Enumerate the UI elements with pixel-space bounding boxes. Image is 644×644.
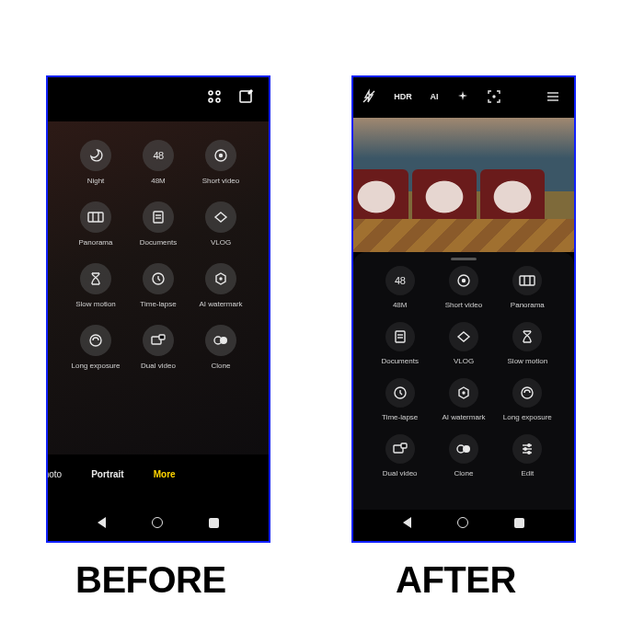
mode-label: Edit [521,469,534,477]
edit-icon[interactable] [239,90,254,105]
after-mode-long-exposure[interactable]: Long exposure [496,378,559,421]
scene-decor [480,169,545,224]
svg-point-37 [522,387,533,398]
nav-back-icon[interactable] [98,517,106,528]
mode-label: Short video [445,301,482,309]
nav-recent-icon[interactable] [514,518,524,528]
mode-label: Long exposure [503,413,552,421]
doc-icon [143,201,174,233]
heart-icon [205,201,236,233]
nav-home-icon[interactable] [152,517,163,528]
after-mode-ai-watermark[interactable]: AI watermark [431,378,495,421]
topbar-ai[interactable]: AI [425,92,443,101]
tab-more[interactable]: More [154,469,176,479]
sheet-handle[interactable] [451,258,477,260]
hamburger-icon[interactable] [546,91,565,102]
before-phone: Night4848MShort videoPanoramaDocumentsVL… [46,75,270,543]
edit-lines-icon [512,434,542,464]
after-mode-dual-video[interactable]: Dual video [368,434,431,477]
long-icon [512,378,542,408]
after-phone: HDRAI 4848MShort videoPanoramaDocumentsV… [351,75,576,543]
nav-back-icon[interactable] [403,517,411,528]
mode-label: Clone [454,469,474,477]
record-icon [205,140,236,171]
after-mode-clone[interactable]: Clone [431,434,495,477]
svg-rect-18 [159,335,165,339]
heart-icon [449,322,478,351]
hex-icon [449,378,478,408]
scene-decor [353,219,574,252]
clone-icon [205,325,236,356]
mode-tabbar: Photo Portrait More [48,460,269,488]
mode-label: Panorama [511,301,545,309]
caption-after: AFTER [396,559,516,601]
svg-point-41 [463,445,470,453]
flash-off-icon[interactable] [362,90,381,103]
svg-point-3 [216,98,220,102]
tab-portrait[interactable]: Portrait [91,469,124,479]
dual-icon [385,434,415,464]
after-mode-vlog[interactable]: VLOG [431,322,495,365]
scene-decor [412,169,477,224]
before-mode-short-video[interactable]: Short video [190,140,252,185]
hourglass-icon [512,322,542,351]
after-mode-edit[interactable]: Edit [496,434,559,477]
nav-recent-icon[interactable] [209,518,219,528]
android-navbar [48,512,269,534]
before-mode-clone[interactable]: Clone [190,325,252,370]
mode-label: 48M [151,177,166,185]
48-icon: 48 [143,140,174,171]
mode-label: Slow motion [508,357,548,365]
before-topbar [48,77,269,120]
mode-label: AI watermark [199,300,242,308]
before-mode-ai-watermark[interactable]: AI watermark [190,263,252,308]
mode-label: Time-lapse [382,413,418,421]
before-mode-long-exposure[interactable]: Long exposure [64,325,127,370]
after-mode-documents[interactable]: Documents [368,322,431,365]
before-mode-slow-motion[interactable]: Slow motion [64,263,127,308]
after-mode-panorama[interactable]: Panorama [496,266,559,309]
svg-rect-10 [154,212,163,223]
android-navbar [353,512,574,534]
svg-point-27 [462,280,465,282]
before-mode-vlog[interactable]: VLOG [190,201,252,247]
pano-icon [80,201,111,233]
svg-rect-28 [520,276,535,285]
mode-label: AI watermark [442,413,485,421]
after-mode-short-video[interactable]: Short video [431,266,495,309]
clone-icon [449,434,478,464]
svg-point-6 [220,155,223,157]
before-mode-panorama[interactable]: Panorama [64,201,127,247]
mode-label: Dual video [141,362,176,370]
mode-label: Documents [140,238,177,247]
svg-point-47 [528,452,530,454]
before-mode-night[interactable]: Night [64,140,127,185]
mode-label: Short video [202,177,239,185]
focus-square-icon[interactable] [488,90,506,103]
mode-label: Night [87,177,105,185]
before-mode-documents[interactable]: Documents [127,201,190,247]
after-mode-time-lapse[interactable]: Time-lapse [368,378,431,421]
topbar-hdr[interactable]: HDR [394,92,412,101]
mode-label: Documents [381,357,418,365]
nav-home-icon[interactable] [457,517,468,528]
svg-point-46 [524,448,526,450]
sparkle-icon[interactable] [456,90,475,103]
dual-icon [143,325,174,356]
before-mode-48m[interactable]: 4848M [127,140,190,185]
before-mode-time-lapse[interactable]: Time-lapse [127,263,190,308]
after-mode-grid: 4848MShort videoPanoramaDocumentsVLOGSlo… [353,266,574,477]
mode-label: Dual video [383,469,418,477]
mode-label: Slow motion [75,300,116,308]
svg-rect-31 [396,331,405,342]
svg-point-15 [220,278,222,280]
tab-photo[interactable]: Photo [46,469,62,479]
after-mode-slow-motion[interactable]: Slow motion [496,322,559,365]
mode-label: Long exposure [72,362,121,370]
svg-point-0 [209,91,213,95]
after-mode-48m[interactable]: 4848M [368,266,431,309]
long-icon [80,325,111,356]
apps-menu-icon[interactable] [208,90,223,105]
before-mode-dual-video[interactable]: Dual video [127,325,190,370]
viewfinder [353,118,574,252]
